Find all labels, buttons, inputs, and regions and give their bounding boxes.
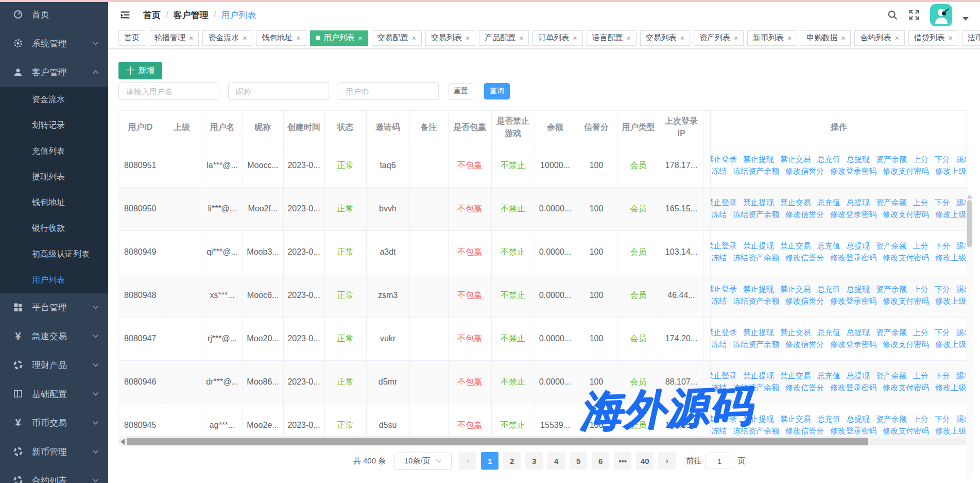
action-资产余额[interactable]: 资产余额 [876, 155, 907, 164]
close-icon[interactable]: × [841, 35, 845, 42]
action-修改支付密码[interactable]: 修改支付密码 [883, 210, 929, 220]
tab-交易列表[interactable]: 交易列表× [640, 30, 690, 46]
nickname-filter-input[interactable] [228, 82, 329, 100]
action-下分[interactable]: 下分 [935, 328, 950, 338]
close-icon[interactable]: × [243, 35, 247, 42]
action-修改登录密码[interactable]: 修改登录密码 [830, 166, 876, 176]
close-icon[interactable]: × [573, 35, 577, 42]
action-冻结资产余额[interactable]: 冻结资产余额 [733, 210, 779, 220]
fullscreen-icon[interactable] [908, 9, 920, 21]
close-icon[interactable]: × [358, 35, 363, 42]
action-修改信誉分[interactable]: 修改信誉分 [785, 383, 824, 393]
action-踢出[interactable]: 踢出 [956, 198, 967, 208]
vertical-scrollbar[interactable] [966, 193, 973, 479]
add-user-button[interactable]: 十新增 [118, 62, 162, 79]
action-上分[interactable]: 上分 [913, 155, 929, 164]
action-禁止交易[interactable]: 禁止交易 [780, 328, 811, 338]
username-filter-input[interactable] [118, 82, 219, 100]
action-冻结资产余额[interactable]: 冻结资产余额 [733, 426, 779, 436]
action-总充值[interactable]: 总充值 [817, 155, 840, 164]
action-上分[interactable]: 上分 [913, 328, 929, 338]
sidebar-subitem[interactable]: 用户列表 [0, 267, 108, 293]
horizontal-scrollbar[interactable] [118, 438, 967, 445]
action-资产余额[interactable]: 资产余额 [876, 198, 907, 208]
action-修改登录密码[interactable]: 修改登录密码 [830, 383, 876, 393]
action-修改信誉分[interactable]: 修改信誉分 [785, 296, 824, 306]
scroll-up-arrow-icon[interactable] [967, 195, 972, 198]
action-修改支付密码[interactable]: 修改支付密码 [883, 296, 929, 306]
close-icon[interactable]: × [466, 35, 470, 42]
action-修改信誉分[interactable]: 修改信誉分 [785, 210, 824, 220]
action-总充值[interactable]: 总充值 [817, 285, 840, 294]
action-资产余额[interactable]: 资产余额 [876, 328, 907, 338]
action-资产余额[interactable]: 资产余额 [876, 414, 907, 424]
action-修改上级[interactable]: 修改上级 [935, 166, 966, 176]
action-修改信誉分[interactable]: 修改信誉分 [785, 166, 824, 176]
action-修改上级[interactable]: 修改上级 [935, 210, 966, 220]
action-禁止登录[interactable]: 禁止登录 [710, 371, 737, 381]
action-禁止登录[interactable]: 禁止登录 [710, 241, 737, 251]
next-page-button[interactable]: › [658, 452, 676, 470]
search-button[interactable]: 查询 [484, 83, 510, 99]
sidebar-item[interactable]: 合约列表 [0, 466, 108, 483]
action-总充值[interactable]: 总充值 [817, 371, 840, 381]
tab-资产列表[interactable]: 资产列表× [694, 30, 744, 46]
page-button-4[interactable]: 4 [547, 452, 565, 470]
action-总提现[interactable]: 总提现 [847, 371, 870, 381]
action-资产余额[interactable]: 资产余额 [876, 285, 907, 294]
action-冻结[interactable]: 冻结 [711, 166, 727, 176]
sidebar-subitem[interactable]: 银行收款 [0, 215, 108, 241]
sidebar-subitem[interactable]: 划转记录 [0, 112, 108, 138]
action-修改登录密码[interactable]: 修改登录密码 [830, 210, 876, 220]
action-总充值[interactable]: 总充值 [817, 414, 840, 424]
action-冻结[interactable]: 冻结 [711, 253, 727, 263]
sidebar-subitem[interactable]: 充值列表 [0, 138, 108, 164]
page-button-3[interactable]: 3 [525, 452, 543, 470]
action-上分[interactable]: 上分 [913, 414, 929, 424]
action-踢出[interactable]: 踢出 [956, 155, 967, 164]
page-size-select[interactable]: 10条/页 [394, 453, 452, 470]
action-禁止提现[interactable]: 禁止提现 [743, 285, 774, 294]
action-总提现[interactable]: 总提现 [847, 328, 870, 338]
action-总提现[interactable]: 总提现 [847, 285, 870, 294]
reset-button[interactable]: 重置 [449, 83, 473, 99]
action-冻结[interactable]: 冻结 [711, 340, 727, 349]
sidebar-item[interactable]: 客户管理 [0, 58, 108, 87]
action-踢出[interactable]: 踢出 [956, 285, 967, 294]
tab-交易列表[interactable]: 交易列表× [425, 30, 475, 46]
action-踢出[interactable]: 踢出 [956, 328, 967, 338]
close-icon[interactable]: × [949, 35, 953, 42]
action-上分[interactable]: 上分 [913, 241, 929, 251]
sidebar-subitem[interactable]: 提现列表 [0, 164, 108, 190]
scroll-left-arrow-icon[interactable] [121, 439, 125, 445]
action-踢出[interactable]: 踢出 [956, 371, 967, 381]
tab-用户列表[interactable]: 用户列表× [310, 30, 368, 46]
tab-合约列表[interactable]: 合约列表× [854, 30, 904, 46]
sidebar-item[interactable]: 平台管理 [0, 293, 108, 322]
action-修改登录密码[interactable]: 修改登录密码 [830, 253, 876, 263]
tab-申购数据[interactable]: 申购数据× [801, 30, 851, 46]
close-icon[interactable]: × [519, 35, 523, 42]
action-修改上级[interactable]: 修改上级 [935, 340, 966, 349]
action-禁止提现[interactable]: 禁止提现 [743, 414, 774, 424]
action-修改上级[interactable]: 修改上级 [935, 383, 966, 393]
close-icon[interactable]: × [787, 35, 792, 42]
tab-法币列表[interactable]: 法币列表× [962, 30, 980, 46]
action-禁止交易[interactable]: 禁止交易 [780, 241, 811, 251]
tab-语言配置[interactable]: 语言配置× [587, 30, 637, 46]
breadcrumb-item[interactable]: 首页 [143, 9, 161, 21]
action-总充值[interactable]: 总充值 [817, 241, 840, 251]
tab-资金流水[interactable]: 资金流水× [202, 30, 252, 46]
sidebar-item[interactable]: 首页 [0, 0, 108, 29]
action-修改上级[interactable]: 修改上级 [935, 253, 966, 263]
action-冻结资产余额[interactable]: 冻结资产余额 [733, 296, 779, 306]
action-禁止登录[interactable]: 禁止登录 [710, 285, 737, 294]
horizontal-scrollbar-thumb[interactable] [127, 438, 868, 445]
vertical-scrollbar-thumb[interactable] [967, 200, 972, 247]
action-冻结[interactable]: 冻结 [711, 210, 727, 220]
page-button-2[interactable]: 2 [503, 452, 521, 470]
action-修改支付密码[interactable]: 修改支付密码 [883, 383, 929, 393]
tab-钱包地址[interactable]: 钱包地址× [256, 30, 306, 46]
action-资产余额[interactable]: 资产余额 [876, 371, 907, 381]
action-修改信誉分[interactable]: 修改信誉分 [785, 340, 824, 349]
